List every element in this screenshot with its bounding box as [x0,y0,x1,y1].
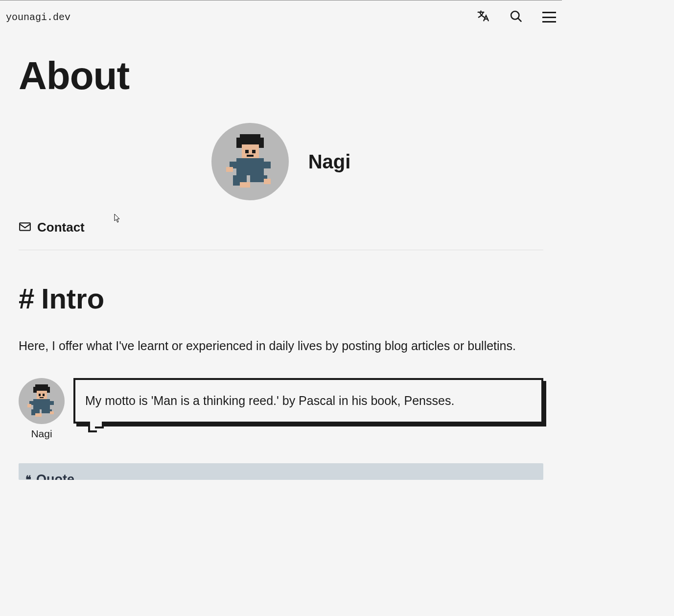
page-title: About [19,53,543,98]
intro-heading: # Intro [19,282,543,315]
site-logo[interactable]: younagi.dev [6,12,70,23]
svg-rect-23 [43,394,45,396]
search-icon[interactable] [509,9,523,25]
speech-bubble: My motto is 'Man is a thinking reed.' by… [73,378,543,424]
svg-rect-8 [247,155,254,157]
svg-rect-31 [35,413,42,416]
contact-link[interactable]: Contact [19,220,543,250]
speech-tail [88,424,108,435]
avatar-small [19,378,65,424]
intro-text: Here, I offer what I've learnt or experi… [19,337,543,355]
language-icon[interactable] [476,9,489,25]
svg-rect-6 [245,150,248,153]
quote-card-heading: ❝ Quote [25,472,536,480]
heading-text: Intro [41,282,104,315]
svg-rect-7 [252,150,255,153]
svg-rect-27 [27,404,31,407]
quote-card: ❝ Quote [19,463,543,480]
avatar [211,123,289,200]
svg-rect-25 [33,399,50,409]
menu-icon[interactable] [542,12,556,23]
svg-line-1 [518,18,521,21]
speech-person: Nagi [19,378,65,440]
mail-icon [19,221,31,234]
quote-card-label: Quote [36,472,74,480]
speech-text: My motto is 'Man is a thinking reed.' by… [73,378,543,424]
svg-rect-9 [236,158,264,175]
profile-row: Nagi [19,123,543,200]
svg-rect-24 [40,397,44,398]
header-actions [476,9,556,25]
svg-rect-17 [20,223,30,230]
svg-rect-11 [226,167,233,172]
heading-hash: # [19,282,34,315]
speech-block: Nagi My motto is 'Man is a thinking reed… [19,378,543,440]
svg-rect-16 [264,179,271,184]
contact-label: Contact [37,220,85,235]
svg-rect-15 [240,182,250,188]
author-name: Nagi [308,151,351,173]
svg-rect-12 [260,162,271,168]
site-header: younagi.dev [0,0,562,34]
quote-mark-icon: ❝ [25,474,31,480]
svg-rect-28 [48,401,54,405]
speech-name: Nagi [31,428,52,440]
main-content: About Nagi [0,53,562,480]
svg-rect-32 [50,411,54,414]
svg-rect-22 [39,394,41,396]
